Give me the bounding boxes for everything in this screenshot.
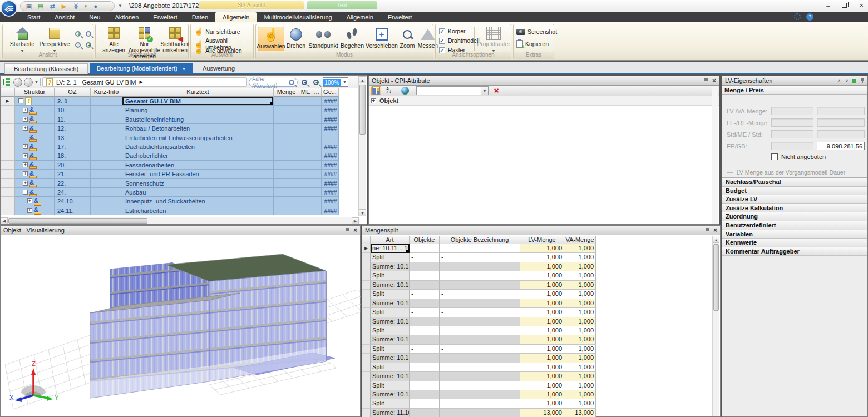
row-selector[interactable] (1, 170, 15, 178)
kurztext-cell[interactable]: Erdarbeiten mit Entwässerungsarbeiten (122, 133, 274, 142)
scrollbar-thumb[interactable] (8, 218, 147, 224)
row-selector[interactable] (362, 409, 371, 417)
art-cell[interactable]: Split (371, 363, 410, 372)
row-selector[interactable] (1, 133, 15, 142)
ribbon-tab-start[interactable]: Start (20, 12, 47, 22)
column-header-va-menge[interactable]: VA-Menge (564, 236, 596, 244)
split-scrollbar[interactable]: ▲ (712, 236, 719, 416)
section-header-nachlass-pauschal[interactable]: Nachlass/Pauschal (722, 178, 867, 187)
ribbon-tab-erweitert[interactable]: Erweitert (381, 12, 419, 22)
split-row[interactable]: Split--1,0001,000 (362, 363, 596, 372)
ribbon-tab-neu[interactable]: Neu (82, 12, 107, 22)
section-header-zusätze-lv[interactable]: Zusätze LV (722, 195, 867, 204)
expand-icon[interactable]: + (23, 171, 28, 176)
minimize-button[interactable]: – (826, 2, 830, 9)
expand-icon[interactable]: + (23, 181, 28, 186)
help-icon[interactable]: ? (806, 13, 813, 21)
row-selector[interactable] (362, 381, 371, 390)
column-header-objekte-bezeichnung[interactable]: Objekte Bezeichnung (440, 236, 520, 244)
column-header-lv-menge[interactable]: LV-Menge (520, 236, 564, 244)
art-cell[interactable]: Split (371, 290, 410, 299)
column-header-kurz-info[interactable]: Kurz-Info (91, 88, 122, 97)
verschieben-button[interactable]: +Verschieben (366, 27, 398, 51)
ribbon-tab-aktionen[interactable]: Aktionen (108, 12, 146, 22)
field-input-1[interactable] (771, 107, 813, 115)
clear-filter-button[interactable]: × (491, 86, 501, 95)
körper-checkbox[interactable]: ✓Körper (439, 28, 466, 34)
row-selector[interactable] (1, 188, 15, 197)
split-row[interactable]: Summe: 10.13.1,0001,000 (362, 299, 596, 308)
row-selector[interactable] (362, 317, 371, 326)
scrollbar-thumb[interactable] (359, 85, 366, 135)
split-row[interactable]: Split--1,0001,000 (362, 399, 596, 408)
app-logo-icon[interactable] (1, 0, 17, 17)
row-selector[interactable]: ▶ (362, 244, 371, 253)
pin-icon[interactable] (705, 227, 709, 234)
close-icon[interactable]: × (353, 227, 357, 234)
zoom-level-dropdown[interactable]: 100% ▼ (323, 77, 348, 87)
row-selector[interactable] (362, 354, 371, 363)
section-header-variablen[interactable]: Variablen (722, 230, 867, 239)
row-selector[interactable] (362, 363, 371, 372)
row-selector[interactable] (362, 299, 371, 308)
pin-icon[interactable] (860, 78, 865, 84)
row-selector[interactable] (362, 399, 371, 408)
expand-icon[interactable]: + (23, 144, 28, 149)
section-header-zusätze-kalkulation[interactable]: Zusätze Kalkulation (722, 204, 867, 213)
lv-row[interactable]: +&24.11.Estricharbeiten#### (1, 206, 339, 215)
cpi-sync-button[interactable] (400, 86, 410, 95)
collapse-icon[interactable]: - (18, 98, 23, 103)
art-cell[interactable]: Split (371, 345, 410, 354)
kurztext-cell[interactable]: Ausbau (122, 188, 274, 197)
startseite-button[interactable]: Startseite▼ (7, 26, 37, 54)
chevron-down-icon[interactable]: ▼ (481, 87, 488, 95)
expand-icon[interactable]: + (371, 98, 376, 103)
column-header-kurztext[interactable]: Kurztext (122, 88, 274, 97)
sichtbarkeit-umkehren-button[interactable]: ◀Sichtbarkeit umkehren (160, 26, 190, 53)
cpi-filter-combobox[interactable]: ▼ (416, 86, 489, 95)
ribbon-tab-daten[interactable]: Daten (185, 12, 215, 22)
filter-arrow-icon[interactable]: ▶ (60, 3, 68, 10)
section-header-budget[interactable]: Budget (722, 187, 867, 196)
column-header-me[interactable]: ME (299, 88, 312, 97)
doc-tab-auswertung[interactable]: Auswertung (196, 63, 241, 74)
expand-icon[interactable]: ∨ (845, 78, 849, 83)
categorized-view-button[interactable] (371, 86, 381, 95)
lv-horizontal-scrollbar[interactable]: ◀ ▶ (1, 217, 359, 224)
drehen-button[interactable]: Drehen (285, 27, 307, 51)
back-button[interactable]: ‹ (13, 78, 22, 87)
ribbon-tab-allgemein[interactable]: Allgemein (215, 12, 257, 22)
kurztext-edit-box[interactable]: Gesamt GU-LV BIM (122, 97, 273, 105)
lv-row[interactable]: +&17.Dachabdichtungsarbeiten#### (1, 142, 339, 151)
art-cell[interactable]: Split (371, 253, 410, 262)
collapse-all-icon[interactable]: ∧ (837, 78, 841, 83)
split-row[interactable]: Split--1,0001,000 (362, 290, 596, 299)
row-selector[interactable] (362, 372, 371, 381)
art-cell[interactable]: Split (371, 399, 410, 408)
field-input-2[interactable] (817, 130, 865, 138)
art-cell[interactable]: Split (371, 326, 410, 335)
user-globe-icon[interactable]: ● (92, 3, 100, 10)
zoom-out-button[interactable]: − (83, 29, 93, 39)
row-selector[interactable] (1, 161, 15, 170)
field-input-1[interactable] (771, 142, 813, 150)
scroll-down-icon[interactable]: ▼ (359, 209, 366, 216)
art-cell[interactable]: ne: 10.11. . 10 (371, 244, 410, 253)
expand-icon[interactable]: + (27, 208, 32, 213)
expand-icon[interactable]: + (23, 162, 28, 167)
art-cell[interactable]: Summe: 11.10. (371, 409, 410, 417)
art-cell[interactable]: Summe: 10.13. (371, 335, 410, 344)
split-row[interactable]: Split--1,0001,000 (362, 381, 596, 390)
expand-icon[interactable]: + (23, 117, 28, 122)
row-selector[interactable] (362, 253, 371, 262)
kurztext-cell[interactable]: Innenputz- und Stuckarbeiten (122, 197, 274, 206)
lv-row[interactable]: +&24.10.Innenputz- und Stuckarbeiten#### (1, 197, 339, 206)
collapse-icon[interactable]: - (23, 190, 28, 195)
nav-history-dropdown[interactable]: ▼ (34, 80, 38, 84)
standpunkt-button[interactable]: Standpunkt (308, 27, 339, 51)
split-row[interactable]: Summe: 10.13.1,0001,000 (362, 354, 596, 363)
import-page-icon[interactable]: ▤ (37, 3, 45, 10)
perspektive-button[interactable]: Perspektive▼ (40, 26, 70, 54)
cpi-tree-root[interactable]: + Objekt (369, 96, 719, 106)
qat-customize-icon[interactable]: ▼ (118, 3, 122, 8)
